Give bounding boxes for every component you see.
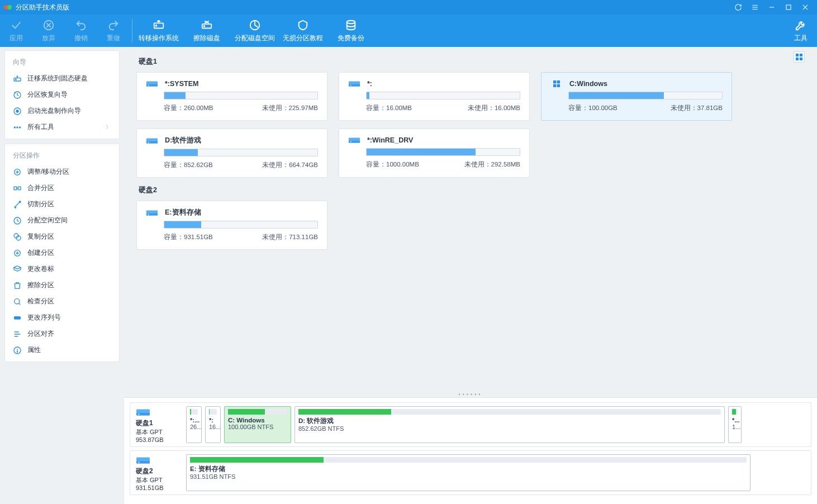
splitter-handle[interactable]: ••••••	[124, 392, 817, 397]
sidebar-item-recover[interactable]: 分区恢复向导	[5, 87, 119, 103]
svg-rect-29	[14, 187, 17, 189]
sidebar-item-label: 擦除分区	[27, 280, 54, 290]
alltools-icon	[13, 123, 22, 132]
sidebar-item-migrate[interactable]: 迁移系统到固态硬盘	[5, 70, 119, 87]
partition-card[interactable]: *:SYSTEM 容量：260.00MB未使用：225.97MB	[136, 72, 327, 121]
disk-info[interactable]: 硬盘2 基本 GPT 931.51GB	[134, 454, 183, 491]
partition-card[interactable]: *:WinRE_DRV 容量：1000.00MB未使用：292.58MB	[339, 129, 530, 178]
unused-label: 未使用：37.81GB	[671, 104, 723, 112]
wipe-disk-button[interactable]: 擦除磁盘	[183, 15, 231, 47]
apply-button[interactable]: 应用	[0, 15, 32, 47]
sidebar-item-label: 属性	[27, 345, 41, 355]
props-icon	[13, 346, 22, 355]
maximize-button[interactable]	[780, 0, 797, 15]
sidebar-item-label[interactable]: 更改卷标	[5, 261, 119, 277]
sidebar-item-label: 分区对齐	[27, 329, 54, 339]
svg-rect-42	[800, 54, 802, 56]
sidebar-item-boot[interactable]: 启动光盘制作向导	[5, 103, 119, 119]
partition-name: C:Windows	[569, 80, 607, 88]
disk-segment[interactable]: *... 1....	[728, 406, 742, 443]
sidebar-item-create[interactable]: 创建分区	[5, 245, 119, 261]
partition-card[interactable]: *: 容量：16.00MB未使用：16.00MB	[339, 72, 530, 121]
segment-size: 1....	[732, 424, 738, 430]
boot-icon	[13, 107, 22, 116]
alloc-space-button[interactable]: 分配磁盘空间	[231, 15, 279, 47]
disk-title: 硬盘1	[136, 419, 153, 428]
sidebar: 向导 迁移系统到固态硬盘分区恢复向导启动光盘制作向导所有工具〉 分区操作 调整/…	[0, 47, 124, 504]
disk-size: 953.87GB	[136, 436, 164, 443]
partition-card[interactable]: D:软件游戏 容量：852.62GB未使用：664.74GB	[136, 129, 327, 178]
minimize-button[interactable]	[763, 0, 780, 15]
svg-rect-20	[14, 78, 21, 80]
usage-bar	[568, 92, 723, 99]
usage-bar	[366, 92, 520, 99]
drive-icon	[146, 136, 158, 145]
create-icon	[13, 249, 22, 258]
segment-size: 16...	[209, 424, 217, 430]
menu-button[interactable]	[747, 0, 763, 15]
svg-point-24	[16, 110, 18, 112]
disk-icon	[136, 407, 150, 417]
svg-point-66	[138, 413, 139, 415]
sidebar-item-check[interactable]: 检查分区	[5, 293, 119, 310]
label-icon	[13, 265, 22, 274]
chevron-right-icon: 〉	[106, 123, 111, 131]
svg-point-25	[14, 127, 15, 128]
disk-segment[interactable]: D: 软件游戏 852.62GB NTFS	[294, 406, 725, 443]
sidebar-item-wipe[interactable]: 擦除分区	[5, 277, 119, 293]
svg-rect-43	[796, 58, 799, 60]
segment-name: *:	[209, 417, 217, 424]
sidebar-item-serial[interactable]: 123更改序列号	[5, 310, 119, 326]
unused-label: 未使用：16.00MB	[468, 104, 520, 112]
refresh-button[interactable]	[730, 0, 747, 15]
disk-segment[interactable]: E: 资料存储 931.51GB NTFS	[186, 454, 750, 491]
usage-bar	[164, 149, 318, 156]
sidebar-item-label: 复制分区	[27, 232, 54, 241]
disk-segment[interactable]: *: 16...	[205, 406, 221, 443]
disk-segment[interactable]: *:... 26...	[186, 406, 202, 443]
redo-button[interactable]: 重做	[97, 15, 130, 47]
svg-text:123: 123	[15, 316, 19, 319]
segment-size: 852.62GB NTFS	[298, 425, 721, 432]
disk-row: 硬盘2 基本 GPT 931.51GB E: 资料存储 931.51GB NTF…	[130, 450, 811, 495]
tools-button[interactable]: 工具	[785, 15, 817, 47]
svg-point-15	[204, 25, 205, 26]
sidebar-item-copy[interactable]: 复制分区	[5, 229, 119, 245]
lossless-tutorial-button[interactable]: 无损分区教程	[279, 15, 327, 47]
recover-icon	[13, 91, 22, 99]
sidebar-item-label: 更改序列号	[27, 313, 61, 322]
partition-name: D:软件游戏	[165, 136, 201, 145]
partition-card[interactable]: C:Windows 容量：100.00GB未使用：37.81GB	[541, 72, 732, 121]
view-mode-toggle[interactable]	[794, 51, 805, 63]
sidebar-item-align[interactable]: 分区对齐	[5, 326, 119, 342]
svg-rect-54	[557, 84, 560, 87]
disk-map-panel: 硬盘1 基本 GPT 953.87GB *:... 26... *: 16...…	[124, 397, 817, 504]
free-backup-button[interactable]: 免费备份	[327, 15, 375, 47]
svg-point-47	[148, 85, 149, 86]
app-logo-icon	[3, 3, 12, 12]
sidebar-item-allocfree[interactable]: 分配空闲空间	[5, 212, 119, 229]
partition-card[interactable]: E:资料存储 容量：931.51GB未使用：713.11GB	[136, 201, 327, 250]
sidebar-item-props[interactable]: 属性	[5, 342, 119, 358]
abandon-button[interactable]: 放弃	[32, 15, 65, 47]
sidebar-item-label: 更改卷标	[27, 264, 54, 274]
sidebar-item-split[interactable]: 切割分区	[5, 196, 119, 212]
migrate-icon	[13, 74, 22, 83]
disk-section-title: 硬盘2	[139, 186, 805, 195]
close-button[interactable]	[797, 0, 814, 15]
partition-name: *:	[367, 80, 372, 88]
unused-label: 未使用：292.58MB	[464, 160, 520, 169]
undo-button[interactable]: 撤销	[65, 15, 97, 47]
serial-icon: 123	[13, 313, 22, 322]
disk-segment[interactable]: C: Windows 100.00GB NTFS	[224, 406, 291, 443]
sidebar-item-merge[interactable]: 合并分区	[5, 180, 119, 196]
partition-name: *:WinRE_DRV	[367, 136, 413, 144]
disk-info[interactable]: 硬盘1 基本 GPT 953.87GB	[134, 406, 183, 443]
windows-icon	[550, 79, 563, 88]
disk-title: 硬盘2	[136, 467, 153, 476]
sidebar-item-resize[interactable]: 调整/移动分区	[5, 164, 119, 180]
drive-icon	[146, 79, 158, 88]
sidebar-item-alltools[interactable]: 所有工具〉	[5, 119, 119, 135]
sidebar-ops-header: 分区操作	[5, 148, 119, 164]
migrate-os-button[interactable]: 转移操作系统	[135, 15, 183, 47]
